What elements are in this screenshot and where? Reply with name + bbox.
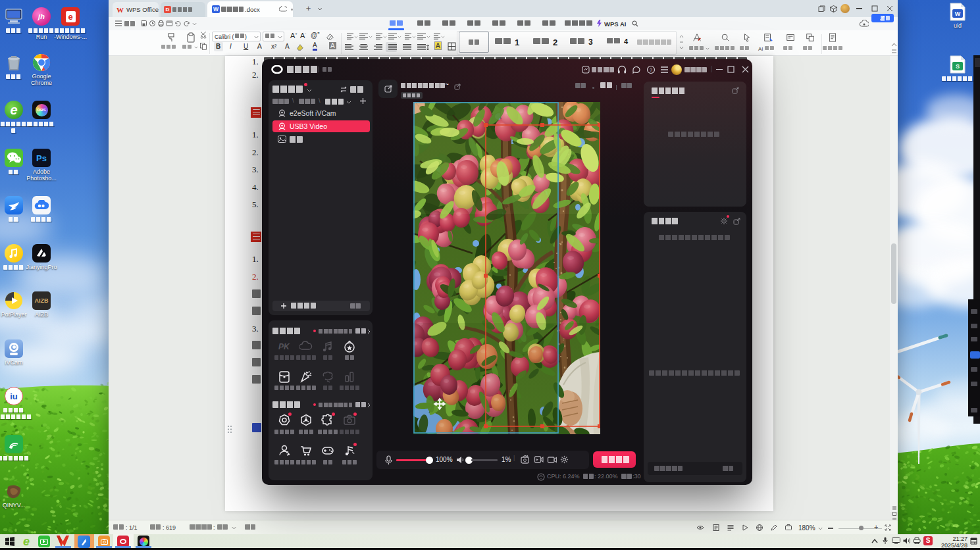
- svg-text:?: ?: [650, 68, 652, 72]
- svg-text:W: W: [955, 11, 961, 17]
- svg-text:S: S: [956, 63, 960, 70]
